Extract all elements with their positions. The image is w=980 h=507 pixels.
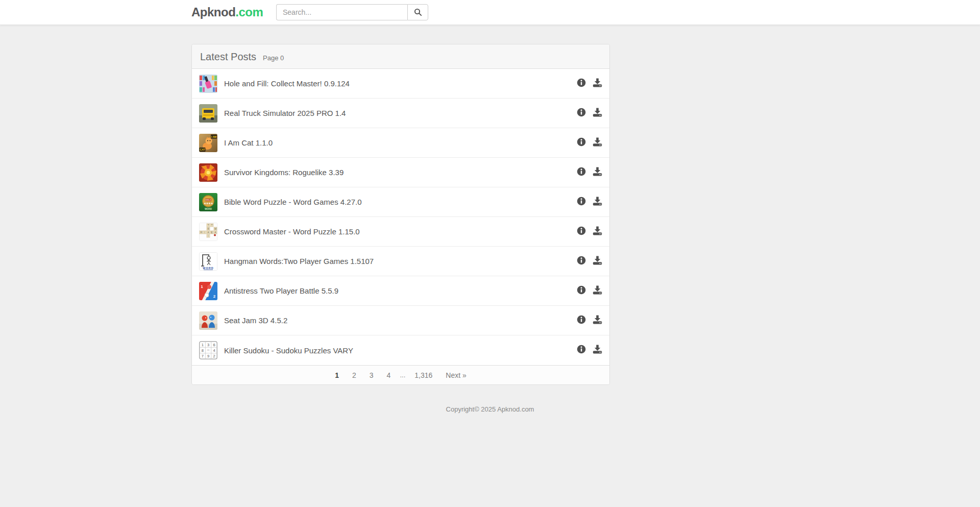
- info-button[interactable]: [577, 167, 586, 178]
- download-icon: [593, 285, 602, 297]
- pagination-page-3[interactable]: 3: [363, 371, 380, 379]
- nail-polish-thumb: [199, 75, 217, 93]
- info-button[interactable]: [577, 315, 586, 326]
- download-button[interactable]: [593, 137, 602, 149]
- copyright-text: Copyright© 2025 Apknod.com: [0, 405, 980, 413]
- svg-text:A: A: [207, 231, 209, 233]
- svg-text:I AM: I AM: [211, 135, 216, 138]
- svg-text:M: M: [214, 227, 216, 230]
- post-title-link[interactable]: Hole and Fill: Collect Master! 0.9.124: [224, 79, 350, 88]
- pagination-page-2[interactable]: 2: [346, 371, 363, 379]
- panel-title: Latest Posts: [200, 51, 256, 63]
- info-button[interactable]: [577, 256, 586, 267]
- post-list: Hole and Fill: Collect Master! 0.9.124: [192, 69, 609, 365]
- download-icon: [593, 226, 602, 237]
- info-button[interactable]: [577, 226, 586, 237]
- sunburst-thumb: [199, 163, 217, 182]
- info-circle-icon: [577, 345, 586, 356]
- svg-text:BIBLE: BIBLE: [206, 199, 211, 201]
- info-button[interactable]: [577, 345, 586, 356]
- top-bar: Apknod.com: [0, 0, 980, 25]
- post-row: TRAI HIEA MT Crossword Master - Word Puz…: [192, 217, 609, 247]
- download-icon: [593, 137, 602, 149]
- info-button[interactable]: [577, 78, 586, 89]
- info-circle-icon: [577, 78, 586, 89]
- post-title-link[interactable]: Survivor Kingdoms: Roguelike 3.39: [224, 168, 344, 177]
- post-title-link[interactable]: Hangman Words:Two Player Games 1.5107: [224, 257, 374, 265]
- download-icon: [593, 78, 602, 89]
- svg-text:I: I: [208, 234, 208, 237]
- two-player-battle-thumb: 1 2: [199, 282, 217, 300]
- svg-text:I: I: [204, 231, 205, 233]
- sudoku-grid-thumb: 136 84 792 20: [199, 341, 217, 359]
- post-title-link[interactable]: Killer Sudoku - Sudoku Puzzles VARY: [224, 346, 353, 355]
- brand-logo[interactable]: Apknod.com: [191, 5, 276, 19]
- download-button[interactable]: [593, 197, 602, 208]
- brand-suffix: .com: [235, 5, 263, 19]
- info-circle-icon: [577, 167, 586, 178]
- download-button[interactable]: [593, 345, 602, 356]
- svg-text:8: 8: [202, 348, 204, 353]
- orange-cat-thumb: I AM CAT: [199, 134, 217, 152]
- info-circle-icon: [577, 137, 586, 149]
- search-input[interactable]: [276, 4, 407, 20]
- pagination-current-page: 1: [328, 371, 346, 379]
- info-button[interactable]: [577, 108, 586, 119]
- post-title-link[interactable]: Antistress Two Player Battle 5.5.9: [224, 286, 338, 295]
- pagination-page-last[interactable]: 1,316: [408, 371, 439, 379]
- info-button[interactable]: [577, 285, 586, 297]
- post-row: I AM CAT I Am Cat 1.1.0: [192, 128, 609, 158]
- post-title-link[interactable]: Crossword Master - Word Puzzle 1.15.0: [224, 227, 360, 236]
- svg-text:20: 20: [207, 349, 210, 351]
- download-button[interactable]: [593, 108, 602, 119]
- post-title-link[interactable]: Bible Word Puzzle - Word Games 4.27.0: [224, 198, 362, 206]
- download-button[interactable]: [593, 167, 602, 178]
- page-indicator: Page 0: [263, 54, 284, 62]
- search-button[interactable]: [407, 4, 428, 20]
- download-button[interactable]: [593, 78, 602, 89]
- site-footer: Copyright© 2025 Apknod.com: [0, 385, 980, 413]
- info-circle-icon: [577, 197, 586, 208]
- post-row: Hole and Fill: Collect Master! 0.9.124: [192, 69, 609, 99]
- pagination-page-4[interactable]: 4: [380, 371, 398, 379]
- svg-text:2: 2: [213, 354, 215, 358]
- svg-text:6: 6: [213, 343, 215, 347]
- info-circle-icon: [577, 285, 586, 297]
- download-icon: [593, 108, 602, 119]
- download-button[interactable]: [593, 315, 602, 326]
- download-button[interactable]: [593, 256, 602, 267]
- info-button[interactable]: [577, 197, 586, 208]
- svg-text:3: 3: [207, 343, 209, 347]
- pagination-next[interactable]: Next »: [439, 371, 473, 379]
- svg-text:4: 4: [213, 348, 215, 353]
- post-row: 136 84 792 20 Killer Sudoku - Sudoku Puz…: [192, 335, 609, 365]
- download-icon: [593, 345, 602, 356]
- crossword-grid-thumb: TRAI HIEA MT: [199, 223, 217, 241]
- pagination: 1 2 3 4 ... 1,316 Next »: [192, 365, 609, 384]
- svg-text:CAT: CAT: [200, 148, 205, 151]
- svg-text:1: 1: [202, 343, 204, 347]
- hangman-thumb: WORD: [199, 252, 217, 271]
- info-circle-icon: [577, 226, 586, 237]
- panel-heading: Latest Posts Page 0: [192, 44, 609, 69]
- svg-text:7: 7: [202, 354, 204, 358]
- post-title-link[interactable]: I Am Cat 1.1.0: [224, 138, 273, 147]
- svg-text:T: T: [208, 224, 209, 226]
- post-row: 1 2 Antistress Two Player Battle 5.5.9: [192, 276, 609, 306]
- svg-text:A: A: [214, 231, 216, 233]
- post-title-link[interactable]: Seat Jam 3D 4.5.2: [224, 316, 287, 325]
- svg-text:E: E: [211, 231, 212, 233]
- post-title-link[interactable]: Real Truck Simulator 2025 PRO 1.4: [224, 109, 346, 117]
- latest-posts-panel: Latest Posts Page 0: [191, 44, 610, 385]
- bible-badge-thumb: BIBLE WORD: [199, 193, 217, 211]
- post-row: Seat Jam 3D 4.5.2: [192, 306, 609, 335]
- svg-text:9: 9: [207, 354, 209, 358]
- svg-text:WORD: WORD: [205, 207, 212, 210]
- download-button[interactable]: [593, 226, 602, 237]
- seat-jam-thumb: [199, 311, 217, 330]
- svg-text:2: 2: [213, 294, 216, 299]
- post-row: Real Truck Simulator 2025 PRO 1.4: [192, 99, 609, 128]
- download-button[interactable]: [593, 285, 602, 297]
- info-button[interactable]: [577, 137, 586, 149]
- download-icon: [593, 315, 602, 326]
